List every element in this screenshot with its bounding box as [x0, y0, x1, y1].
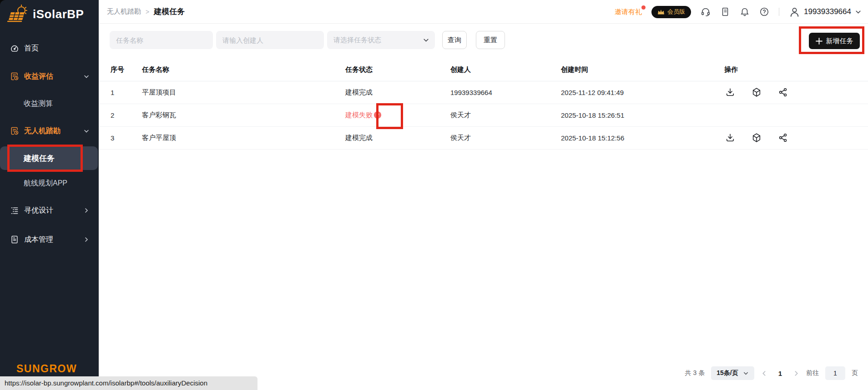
task-table: 序号 任务名称 任务状态 创建人 创建时间 操作 1 平屋顶项目 建模完成 19…	[99, 59, 868, 150]
creator-input[interactable]	[216, 31, 324, 49]
page-size-select[interactable]: 15条/页	[711, 366, 754, 380]
sidebar-item-label: 首页	[24, 44, 39, 53]
filter-bar: 请选择任务状态 查询 重置 新增任务	[99, 24, 868, 59]
sidebar-item-revenue-calc[interactable]: 收益测算	[0, 95, 99, 113]
cell-index: 3	[99, 126, 142, 149]
chevron-down-icon	[743, 370, 749, 376]
header-actions: 邀请有礼 会员版	[615, 0, 862, 24]
indent-list-icon	[10, 206, 19, 215]
chevron-right-icon	[83, 236, 90, 243]
browser-status-bar: https://isolar-bp.sungrowplant.com/isola…	[0, 376, 257, 390]
sidebar-item-drone-survey[interactable]: 无人机踏勘	[0, 122, 99, 140]
share-icon[interactable]	[778, 133, 788, 143]
task-name-input[interactable]	[110, 31, 213, 49]
help-icon[interactable]	[759, 7, 769, 17]
solar-panel-logo-icon	[7, 5, 28, 24]
task-status-placeholder: 请选择任务状态	[333, 36, 381, 45]
col-actions: 操作	[724, 59, 868, 81]
goto-label: 前往	[806, 369, 819, 377]
current-page[interactable]: 1	[774, 370, 787, 377]
next-page-button[interactable]	[793, 370, 800, 377]
pagination: 共 3 条 15条/页 1 前往 页	[685, 366, 858, 380]
share-icon[interactable]	[778, 87, 788, 97]
sidebar-item-home[interactable]: 首页	[0, 39, 99, 57]
table-row: 3 客户平屋顶 建模完成 侯天才 2025-10-18 15:12:56	[99, 126, 868, 149]
model-cube-icon[interactable]	[752, 133, 762, 143]
cell-index: 2	[99, 104, 142, 126]
cell-status: 建模完成	[345, 126, 450, 149]
pagination-total: 共 3 条	[685, 369, 705, 377]
reset-button[interactable]: 重置	[476, 31, 505, 49]
chevron-down-icon	[423, 37, 429, 44]
dashboard-icon	[10, 44, 19, 53]
status-help-icon[interactable]: ?	[374, 111, 381, 119]
sidebar-item-cost-management[interactable]: 成本管理	[0, 230, 99, 249]
cell-task-name: 客户平屋顶	[142, 126, 345, 149]
cell-created: 2025-10-18 15:26:51	[561, 104, 724, 126]
chevron-down-icon	[83, 128, 90, 134]
invite-link[interactable]: 邀请有礼	[615, 8, 642, 16]
top-bar: 无人机踏勘 > 建模任务 邀请有礼 会员版	[99, 0, 868, 24]
sungrow-logo: SUNGROW	[16, 363, 77, 375]
report-clock-icon	[10, 72, 19, 81]
breadcrumb-modeling-task: 建模任务	[154, 6, 185, 17]
col-index: 序号	[99, 59, 142, 81]
bell-icon[interactable]	[740, 7, 750, 17]
breadcrumb-separator: >	[146, 8, 149, 15]
status-failed-label: 建模失败	[345, 111, 373, 120]
table-row: 1 平屋顶项目 建模完成 19939339664 2025-11-12 09:4…	[99, 81, 868, 104]
sidebar-item-label: 无人机踏勘	[24, 126, 61, 136]
sidebar: iSolarBP 首页 收益评估	[0, 0, 99, 390]
cell-creator: 19939339664	[450, 81, 561, 104]
ledger-icon	[10, 235, 19, 244]
download-icon[interactable]	[725, 87, 735, 97]
download-icon[interactable]	[725, 133, 735, 143]
cell-index: 1	[99, 81, 142, 104]
col-created-time: 创建时间	[561, 59, 724, 81]
avatar-icon	[789, 6, 800, 18]
sidebar-item-label: 收益评估	[24, 72, 53, 81]
notification-dot	[641, 5, 646, 10]
sidebar-item-revenue-evaluation[interactable]: 收益评估	[0, 67, 99, 85]
plus-icon	[816, 38, 823, 45]
search-button[interactable]: 查询	[442, 31, 467, 49]
username: 19939339664	[804, 7, 851, 16]
page-unit-label: 页	[852, 369, 858, 377]
chevron-right-icon	[83, 207, 90, 214]
sidebar-item-optimization-design[interactable]: 寻优设计	[0, 201, 99, 220]
model-cube-icon[interactable]	[752, 87, 762, 97]
chevron-down-icon	[855, 9, 862, 15]
member-badge[interactable]: 会员版	[651, 6, 691, 18]
task-status-select[interactable]: 请选择任务状态	[327, 31, 435, 49]
user-menu[interactable]: 19939339664	[789, 6, 862, 18]
add-task-label: 新增任务	[826, 37, 853, 45]
cell-creator: 侯天才	[450, 126, 561, 149]
cell-created: 2025-11-12 09:41:49	[561, 81, 724, 104]
sidebar-item-label: 成本管理	[24, 235, 53, 245]
chevron-down-icon	[83, 73, 90, 80]
breadcrumb-drone-survey[interactable]: 无人机踏勘	[107, 7, 141, 16]
crown-icon	[657, 9, 665, 15]
add-task-button[interactable]: 新增任务	[809, 33, 860, 49]
col-task-status: 任务状态	[345, 59, 450, 81]
sidebar-item-label: 建模任务	[24, 153, 55, 164]
prev-page-button[interactable]	[761, 370, 767, 377]
document-icon[interactable]	[720, 7, 730, 17]
status-failed: 建模失败 ?	[345, 111, 381, 120]
cell-creator: 侯天才	[450, 104, 561, 126]
main-content: 无人机踏勘 > 建模任务 邀请有礼 会员版	[99, 0, 868, 390]
member-badge-label: 会员版	[667, 8, 685, 16]
goto-page-input[interactable]	[825, 366, 845, 380]
col-creator: 创建人	[450, 59, 561, 81]
sidebar-item-modeling-task[interactable]: 建模任务	[0, 146, 98, 170]
divider	[779, 8, 779, 16]
sidebar-item-label: 收益测算	[24, 99, 53, 109]
cell-task-name: 客户彩钢瓦	[142, 104, 345, 126]
sidebar-item-route-planning-app[interactable]: 航线规划APP	[0, 174, 99, 192]
page-size-value: 15条/页	[717, 369, 738, 377]
invite-label: 邀请有礼	[615, 8, 642, 15]
headset-icon[interactable]	[701, 7, 711, 17]
cell-created: 2025-10-18 15:12:56	[561, 126, 724, 149]
table-row: 2 客户彩钢瓦 建模失败 ? 侯天才 2025-10-18 15:26:51	[99, 104, 868, 126]
report-clock-icon	[10, 126, 19, 135]
